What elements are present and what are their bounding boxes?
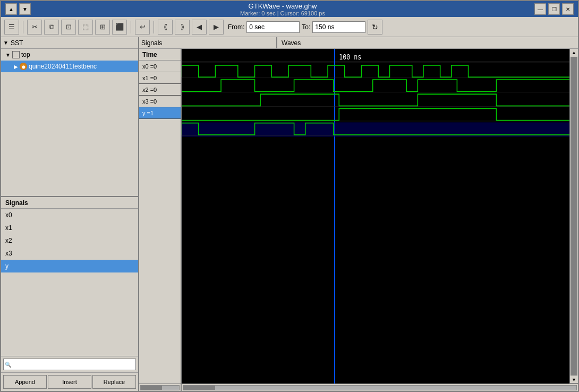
titlebar-right-controls: — ❐ ✕ xyxy=(534,3,574,15)
separator-1 xyxy=(23,21,23,33)
sig-row-x3[interactable]: x3 =0 xyxy=(139,96,181,107)
hscroll-right-thumb[interactable] xyxy=(183,386,215,390)
signal-label-x0: x0 xyxy=(5,211,12,219)
main-window: ▲ ▼ GTKWave - wave.ghw Marker: 0 sec | C… xyxy=(0,0,579,392)
expand-button[interactable]: ▼ xyxy=(19,3,31,15)
first-button[interactable]: ⟪ xyxy=(158,20,173,35)
tree-label-instance: quine20240411testbenc xyxy=(29,63,97,70)
instance-icon-inner: ⬤ xyxy=(20,63,27,70)
sig-name-x2: x2 =0 xyxy=(142,87,157,93)
paste-button[interactable]: ⊡ xyxy=(61,20,76,35)
hamburger-button[interactable]: ☰ xyxy=(4,20,19,35)
append-button[interactable]: Append xyxy=(3,375,47,389)
collapse-button[interactable]: ▲ xyxy=(5,3,17,15)
instance-icon: ⬤ xyxy=(19,62,28,71)
main-area: ▼ SST ▼ top ▶ ⬤ xyxy=(1,37,578,391)
sig-row-x2[interactable]: x2 =0 xyxy=(139,84,181,96)
titlebar-left-controls: ▲ ▼ xyxy=(5,3,31,15)
select-button[interactable]: ⬚ xyxy=(78,20,93,35)
signal-item-y[interactable]: y xyxy=(1,260,138,272)
signal-item-x0[interactable]: x0 xyxy=(1,209,138,221)
hscroll-left-area xyxy=(139,384,182,391)
hscroll-left-track[interactable] xyxy=(140,385,180,390)
to-input[interactable] xyxy=(312,21,365,33)
sig-row-x1[interactable]: x1 =0 xyxy=(139,72,181,84)
signals-header: Signals xyxy=(1,197,138,209)
minimize-button[interactable]: — xyxy=(534,3,546,15)
titlebar: ▲ ▼ GTKWave - wave.ghw Marker: 0 sec | C… xyxy=(1,1,578,17)
replace-button[interactable]: Replace xyxy=(92,375,136,389)
tree-label-top: top xyxy=(21,51,30,58)
search-input[interactable] xyxy=(3,359,136,370)
copy-button[interactable]: ⧉ xyxy=(44,20,59,35)
insert-button[interactable]: Insert xyxy=(48,375,91,389)
left-panel: ▼ SST ▼ top ▶ ⬤ xyxy=(1,37,139,391)
sst-tree: ▼ top ▶ ⬤ quine20240411testbenc xyxy=(1,49,138,196)
last-button[interactable]: ⟫ xyxy=(175,20,190,35)
svg-text:100 ns: 100 ns xyxy=(339,53,361,61)
restore-button[interactable]: ❐ xyxy=(548,3,560,15)
search-wrapper xyxy=(3,359,136,370)
svg-rect-0 xyxy=(182,49,569,384)
toolbar: ☰ ✂ ⧉ ⊡ ⬚ ⊞ ⬛ ↩ ⟪ ⟫ ◀ ▶ From: To: ↻ xyxy=(1,17,578,37)
from-input[interactable] xyxy=(246,21,300,33)
signal-item-x2[interactable]: x2 xyxy=(1,234,138,247)
wave-display: Time x0 =0 x1 =0 x2 =0 x3 =0 y =1 xyxy=(139,49,578,384)
sig-row-x0[interactable]: x0 =0 xyxy=(139,61,181,72)
signals-col-label: Signals xyxy=(139,37,277,48)
zoom-fit-button[interactable]: ⊞ xyxy=(95,20,110,35)
undo-button[interactable]: ↩ xyxy=(135,20,150,35)
to-label: To: xyxy=(302,23,310,31)
signal-label-x3: x3 xyxy=(5,250,12,257)
vertical-scrollbar[interactable]: ▲ ▼ xyxy=(569,49,578,384)
signals-section: Signals x0 x1 x2 x3 y xyxy=(1,197,138,356)
cut-button[interactable]: ✂ xyxy=(27,20,42,35)
next-button[interactable]: ▶ xyxy=(209,20,224,35)
search-area xyxy=(1,356,138,372)
waves-col[interactable]: 100 ns xyxy=(182,49,569,384)
hscroll-right-track[interactable] xyxy=(183,385,577,390)
separator-3 xyxy=(154,21,154,33)
top-section: Signals Waves xyxy=(139,37,578,49)
signals-col: Time x0 =0 x1 =0 x2 =0 x3 =0 y =1 xyxy=(139,49,182,384)
from-to-controls: From: To: xyxy=(228,21,365,33)
sst-header: ▼ SST xyxy=(1,37,138,49)
vscroll-down-button[interactable]: ▼ xyxy=(570,376,578,384)
waveform-svg: 100 ns xyxy=(182,49,569,384)
tree-arrow-instance: ▶ xyxy=(14,64,18,70)
sst-collapse-arrow[interactable]: ▼ xyxy=(3,40,8,46)
signal-label-x1: x1 xyxy=(5,224,12,232)
window-subtitle: Marker: 0 sec | Cursor: 69100 ps xyxy=(31,10,534,16)
sig-name-x1: x1 =0 xyxy=(142,75,157,81)
hscroll-right-area xyxy=(182,384,578,391)
right-panel: Signals Waves Time x0 =0 x1 =0 x2 =0 xyxy=(139,37,578,391)
hscroll-left-thumb[interactable] xyxy=(141,386,162,390)
sig-name-x3: x3 =0 xyxy=(142,98,157,105)
refresh-button[interactable]: ↻ xyxy=(368,20,382,35)
signal-item-x1[interactable]: x1 xyxy=(1,221,138,234)
signals-list: x0 x1 x2 x3 y xyxy=(1,209,138,356)
sst-section: ▼ SST ▼ top ▶ ⬤ xyxy=(1,37,138,197)
vscroll-up-button[interactable]: ▲ xyxy=(570,49,578,56)
time-header: Time xyxy=(139,49,181,61)
prev-button[interactable]: ◀ xyxy=(192,20,207,35)
sst-title: SST xyxy=(11,39,23,47)
tree-item-top[interactable]: ▼ top xyxy=(1,49,138,61)
sig-name-y: y =1 xyxy=(142,110,154,116)
tree-item-instance[interactable]: ▶ ⬤ quine20240411testbenc xyxy=(1,61,138,72)
sig-name-x0: x0 =0 xyxy=(142,63,157,70)
zoom-box-button[interactable]: ⬛ xyxy=(112,20,127,35)
signal-label-x2: x2 xyxy=(5,237,12,244)
tree-arrow-top: ▼ xyxy=(5,52,11,58)
close-button[interactable]: ✕ xyxy=(562,3,574,15)
separator-2 xyxy=(131,21,131,33)
vscroll-thumb[interactable] xyxy=(571,57,577,376)
signal-item-x3[interactable]: x3 xyxy=(1,247,138,260)
waves-col-label: Waves xyxy=(277,37,578,48)
module-icon-top xyxy=(12,50,20,59)
window-title: GTKWave - wave.ghw xyxy=(31,2,534,10)
sig-row-y[interactable]: y =1 xyxy=(139,107,181,119)
action-buttons: Append Insert Replace xyxy=(1,372,138,391)
hscrollbar-row xyxy=(139,384,578,391)
signal-label-y: y xyxy=(5,262,8,270)
